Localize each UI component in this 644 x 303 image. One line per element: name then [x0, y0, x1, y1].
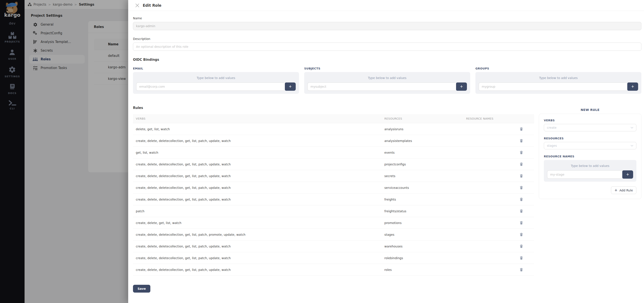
delete-rule-button[interactable] — [509, 174, 534, 178]
name-label: Name — [133, 16, 642, 20]
rule-row: create, delete, deletecollection, get, l… — [133, 241, 534, 252]
edit-role-drawer: Edit Role Name Description OIDC Bindings… — [128, 0, 644, 303]
resource-names-column-header: RESOURCE NAMES — [451, 117, 509, 120]
delete-rule-button[interactable] — [509, 151, 534, 154]
delete-rule-button[interactable] — [509, 244, 534, 248]
rule-resource: secrets — [384, 174, 451, 178]
verbs-column-header: VERBS — [133, 117, 384, 120]
delete-rule-button[interactable] — [509, 127, 534, 131]
groups-add-button[interactable]: + — [627, 82, 638, 91]
verbs-select-value: create — [547, 126, 556, 129]
kargo-app: kargo dev PROJECTS USER SETTINGS — [0, 0, 644, 303]
email-input[interactable] — [136, 82, 285, 91]
delete-rule-button[interactable] — [509, 198, 534, 201]
chevron-down-icon — [630, 145, 633, 147]
rule-row: get, list, watch events — [133, 147, 534, 158]
resources-column-header: RESOURCES — [384, 117, 451, 120]
rule-verbs: create, delete, deletecollection, get, l… — [133, 198, 384, 201]
oidc-subjects-group: SUBJECTS Type below to add values + — [304, 67, 470, 94]
trash-icon — [520, 139, 523, 143]
rule-resource: analysisruns — [384, 127, 451, 131]
rule-resource: analysistemplates — [384, 139, 451, 143]
rule-verbs: delete, get, list, watch — [133, 127, 384, 131]
description-label: Description — [133, 37, 642, 40]
chevron-down-icon — [630, 127, 633, 129]
add-rule-button[interactable]: + Add Rule — [611, 186, 636, 194]
groups-input[interactable] — [479, 82, 627, 91]
trash-icon — [520, 186, 523, 190]
subjects-add-button[interactable]: + — [456, 82, 467, 91]
resource-names-value-box: Type below to add values + — [544, 160, 636, 182]
rule-verbs: create, delete, deletecollection, get, l… — [133, 186, 384, 190]
resource-names-input[interactable] — [547, 170, 622, 179]
add-rule-label: Add Rule — [620, 189, 633, 192]
close-icon[interactable] — [135, 3, 139, 7]
rule-resource: freights/status — [384, 209, 451, 213]
rule-row: create, delete, deletecollection, get, l… — [133, 158, 534, 170]
name-input[interactable] — [133, 22, 642, 30]
delete-rule-button[interactable] — [509, 209, 534, 213]
new-rule-verbs-label: VERBS — [544, 119, 636, 122]
email-add-button[interactable]: + — [285, 82, 296, 91]
rule-verbs: create, delete, deletecollection, get, l… — [133, 174, 384, 178]
rule-verbs: create, delete, deletecollection, get, l… — [133, 268, 384, 272]
delete-rule-button[interactable] — [509, 233, 534, 236]
groups-value-box: Type below to add values + — [476, 72, 642, 94]
rule-row: delete, get, list, watch analysisruns — [133, 123, 534, 135]
oidc-email-group: EMAIL Type below to add values + — [133, 67, 299, 94]
delete-rule-button[interactable] — [509, 268, 534, 272]
description-input[interactable] — [133, 42, 642, 51]
delete-rule-button[interactable] — [509, 162, 534, 166]
rule-resource: events — [384, 151, 451, 154]
trash-icon — [520, 162, 523, 166]
rule-resource: promotions — [384, 221, 451, 225]
resources-select[interactable]: stages — [544, 142, 636, 149]
rule-row: create, delete, deletecollection, get, l… — [133, 229, 534, 241]
rules-table-header: VERBS RESOURCES RESOURCE NAMES — [133, 114, 534, 123]
rule-row: create, delete, deletecollection, get, l… — [133, 135, 534, 147]
rule-verbs: create, delete, get, list, watch — [133, 221, 384, 225]
new-rule-resource-names-label: RESOURCE NAMES — [544, 155, 636, 158]
rule-verbs: create, delete, deletecollection, get, l… — [133, 233, 384, 236]
delete-rule-button[interactable] — [509, 221, 534, 225]
rule-row: create, delete, deletecollection, get, l… — [133, 194, 534, 205]
rules-section: Rules VERBS RESOURCES RESOURCE NAMES del… — [133, 106, 642, 293]
rule-resource: roles — [384, 268, 451, 272]
trash-icon — [520, 209, 523, 213]
oidc-groups-group: GROUPS Type below to add values + — [476, 67, 642, 94]
new-rule-resources-label: RESOURCES — [544, 137, 636, 140]
delete-rule-button[interactable] — [509, 139, 534, 143]
resources-select-value: stages — [547, 144, 557, 147]
resource-names-add-button[interactable]: + — [622, 170, 633, 179]
rule-resource: rolebindings — [384, 256, 451, 260]
rule-resource: serviceaccounts — [384, 186, 451, 190]
new-rule-panel-wrap: NEW RULE VERBS create R — [539, 106, 642, 199]
rule-resource: freights — [384, 198, 451, 201]
subjects-label: SUBJECTS — [304, 67, 470, 70]
rule-row: create, delete, deletecollection, get, l… — [133, 252, 534, 264]
rule-resource: warehouses — [384, 245, 451, 248]
delete-rule-button[interactable] — [509, 186, 534, 190]
drawer-header: Edit Role — [128, 0, 644, 11]
email-hint: Type below to add values — [136, 75, 296, 80]
rules-heading: Rules — [133, 106, 534, 110]
verbs-select[interactable]: create — [544, 124, 636, 131]
groups-label: GROUPS — [476, 67, 642, 70]
oidc-bindings-row: EMAIL Type below to add values + SUBJECT… — [133, 67, 642, 94]
drawer-body: Name Description OIDC Bindings EMAIL Typ… — [128, 11, 644, 303]
subjects-input[interactable] — [308, 82, 456, 91]
subjects-value-box: Type below to add values + — [304, 72, 470, 94]
rule-verbs: create, delete, deletecollection, get, l… — [133, 256, 384, 260]
new-rule-panel: VERBS create RESOURCES stages — [539, 114, 642, 199]
trash-icon — [520, 244, 523, 248]
trash-icon — [520, 127, 523, 131]
rule-verbs: create, delete, deletecollection, get, l… — [133, 139, 384, 143]
trash-icon — [520, 151, 523, 154]
rule-row: create, delete, deletecollection, get, l… — [133, 182, 534, 194]
rule-row: create, delete, deletecollection, get, l… — [133, 264, 534, 276]
save-button[interactable]: Save — [133, 285, 150, 293]
rule-resource: stages — [384, 233, 451, 236]
delete-rule-button[interactable] — [509, 256, 534, 260]
rules-table-body: delete, get, list, watch analysisruns cr… — [133, 123, 534, 276]
rule-verbs: create, delete, deletecollection, get, l… — [133, 163, 384, 166]
